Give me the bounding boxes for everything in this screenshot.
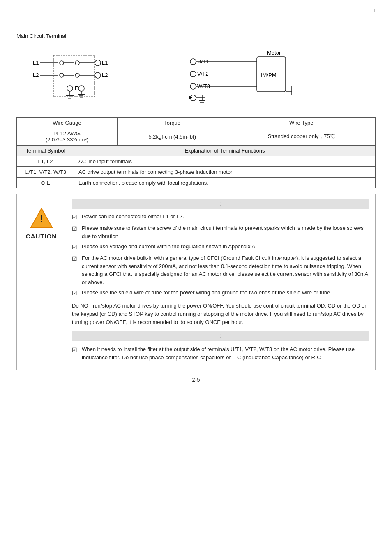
wire-gauge-value: 14-12 AWG. (2.075-3.332mm²) [17, 128, 118, 145]
svg-text:Motor: Motor [267, 50, 281, 56]
svg-point-4 [75, 61, 79, 65]
wire-gauge-header: Wire Gauge [17, 118, 118, 128]
caution-item-4: For the AC motor drive built-in with a g… [82, 254, 369, 286]
wire-type-header: Wire Type [227, 118, 376, 128]
caution-items-list: ☑ Power can be connected to either L1 or… [72, 213, 369, 298]
caution-item-1: Power can be connected to either L1 or L… [82, 213, 184, 221]
list-item: ☑ Please use the shield wire or tube for… [72, 289, 369, 298]
caution-header2: ： [72, 331, 369, 341]
svg-point-17 [67, 86, 73, 91]
terminal-explanation-header: Explanation of Terminal Functions [74, 146, 376, 156]
svg-text:L1: L1 [33, 60, 39, 66]
input-circuit-svg: L1 L1 L2 L2 E [29, 43, 160, 109]
output-circuit-svg: Motor U/T1 V/T2 W/T3 E IM/PM [185, 43, 316, 109]
circuit-diagram: L1 L1 L2 L2 E [29, 43, 376, 109]
terminal-symbol-header: Terminal Symbol [17, 146, 74, 156]
svg-point-10 [60, 73, 64, 77]
svg-text:!: ! [40, 213, 43, 224]
caution-label-text: CAUTION [26, 233, 57, 240]
torque-value: 5.2kgf-cm (4.5in-lbf) [117, 128, 227, 145]
wire-type-value: Stranded copper only，75℃ [227, 128, 376, 145]
svg-text:E: E [189, 95, 193, 101]
svg-text:L2: L2 [33, 72, 39, 78]
section-title: Main Circuit Terminal [16, 33, 376, 39]
list-item: ☑ For the AC motor drive built-in with a… [72, 254, 369, 286]
caution-left-panel: ! CAUTION [17, 194, 66, 370]
torque-header: Torque [117, 118, 227, 128]
table-row: ⊕ E Earth connection, please comply with… [17, 178, 376, 188]
svg-point-23 [78, 86, 84, 91]
svg-point-2 [60, 61, 64, 65]
caution-paragraph: Do NOT run/stop AC motor drives by turni… [72, 302, 369, 326]
table-row: L1, L2 AC line input terminals [17, 156, 376, 167]
terminal-desc-e: Earth connection, please comply with loc… [74, 178, 376, 188]
caution-item-6: When it needs to install the filter at t… [82, 345, 369, 361]
checkbox-icon: ☑ [72, 243, 79, 252]
svg-point-14 [95, 72, 101, 78]
table-row: U/T1, V/T2, W/T3 AC drive output termina… [17, 167, 376, 178]
checkbox-icon: ☑ [72, 289, 79, 298]
svg-point-29 [190, 59, 196, 65]
svg-point-35 [190, 83, 196, 89]
wire-table: Wire Gauge Torque Wire Type 14-12 AWG. (… [16, 117, 376, 145]
terminal-symbol-uvw: U/T1, V/T2, W/T3 [17, 167, 74, 178]
svg-text:IM/PM: IM/PM [261, 72, 277, 78]
checkbox-icon: ☑ [72, 224, 79, 233]
checkbox-icon: ☑ [72, 254, 79, 263]
checkbox-icon: ☑ [72, 346, 79, 354]
caution-item-2: Please make sure to fasten the screw of … [82, 224, 369, 240]
page-number-top: I [374, 7, 376, 14]
svg-text:L1: L1 [102, 60, 108, 66]
checkbox-icon: ☑ [72, 213, 79, 222]
caution-items-list-2: ☑ When it needs to install the filter at… [72, 345, 369, 361]
terminal-symbol-e: ⊕ E [17, 178, 74, 188]
terminal-desc-l1l2: AC line input terminals [74, 156, 376, 167]
caution-header1: ： [72, 199, 369, 209]
page-number-bottom: 2-5 [16, 377, 376, 383]
list-item: ☑ Please make sure to fasten the screw o… [72, 224, 369, 240]
svg-text:L2: L2 [102, 72, 108, 78]
caution-right-panel: ： ☑ Power can be connected to either L1 … [66, 194, 375, 370]
list-item: ☑ Please use voltage and current within … [72, 243, 369, 252]
terminal-desc-uvw: AC drive output terminals for connecting… [74, 167, 376, 178]
svg-point-6 [95, 60, 101, 66]
svg-text:E: E [75, 85, 78, 91]
list-item: ☑ Power can be connected to either L1 or… [72, 213, 369, 222]
terminal-table: Terminal Symbol Explanation of Terminal … [16, 145, 376, 188]
terminal-symbol-l1l2: L1, L2 [17, 156, 74, 167]
caution-item-3: Please use voltage and current within th… [82, 243, 257, 251]
caution-section: ! CAUTION ： ☑ Power can be connected to … [16, 194, 376, 370]
svg-point-32 [190, 71, 196, 77]
caution-item-5: Please use the shield wire or tube for t… [82, 289, 332, 297]
caution-triangle-icon: ! [29, 207, 54, 229]
svg-point-12 [75, 73, 79, 77]
list-item: ☑ When it needs to install the filter at… [72, 345, 369, 361]
